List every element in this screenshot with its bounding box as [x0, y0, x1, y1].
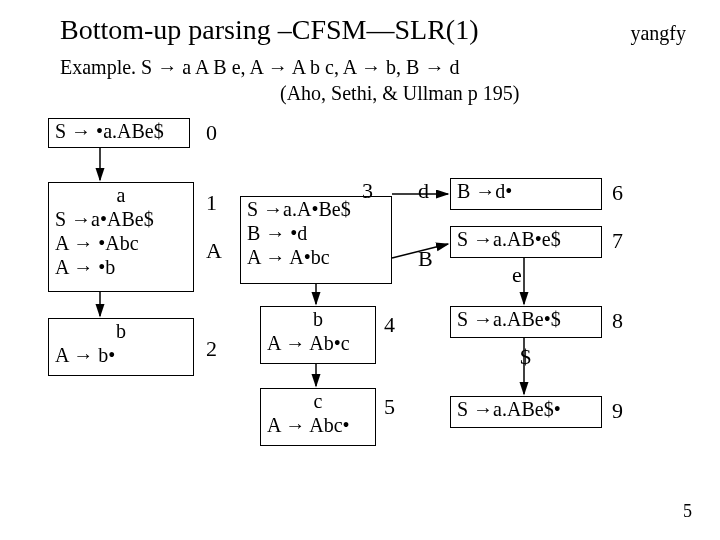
state-6-box: B →d• — [450, 178, 602, 210]
state-5-head: c — [261, 389, 375, 413]
state-1-anum: A — [206, 238, 222, 264]
state-3-item-1: B → •d — [241, 221, 391, 245]
state-1-item-0: S →a•ABe$ — [49, 207, 193, 231]
grammar-rules: Example. S → a A B e, A → A b c, A → b, … — [60, 56, 459, 79]
state-2-number: 2 — [206, 336, 217, 362]
state-8-item: S →a.ABe•$ — [451, 307, 601, 331]
state-5-box: c A → Abc• — [260, 388, 376, 446]
state-1-item-1: A → •Abc — [49, 231, 193, 255]
state-7-item: S →a.AB•e$ — [451, 227, 601, 251]
edge-label-d: d — [418, 178, 429, 204]
state-6-item: B →d• — [451, 179, 601, 203]
edge-label-dollar: $ — [520, 344, 531, 370]
state-4-item: A → Ab•c — [261, 331, 375, 355]
state-1-number: 1 — [206, 190, 217, 216]
state-3-number: 3 — [362, 178, 373, 204]
state-1-item-2: A → •b — [49, 255, 193, 279]
state-2-box: b A → b• — [48, 318, 194, 376]
page-number: 5 — [683, 501, 692, 522]
state-8-box: S →a.ABe•$ — [450, 306, 602, 338]
state-1-head: a — [49, 183, 193, 207]
state-8-number: 8 — [612, 308, 623, 334]
author-label: yangfy — [630, 22, 686, 45]
slide-title: Bottom-up parsing –CFSM—SLR(1) — [60, 14, 478, 46]
state-2-head: b — [49, 319, 193, 343]
state-0-item: S → •a.ABe$ — [49, 119, 189, 143]
state-1-box: a S →a•ABe$ A → •Abc A → •b — [48, 182, 194, 292]
state-5-item: A → Abc• — [261, 413, 375, 437]
state-7-number: 7 — [612, 228, 623, 254]
state-9-number: 9 — [612, 398, 623, 424]
state-9-box: S →a.ABe$• — [450, 396, 602, 428]
state-3-item-2: A → A•bc — [241, 245, 391, 269]
state-2-item: A → b• — [49, 343, 193, 367]
state-7-box: S →a.AB•e$ — [450, 226, 602, 258]
state-0-number: 0 — [206, 120, 217, 146]
state-4-head: b — [261, 307, 375, 331]
edge-label-e: e — [512, 262, 522, 288]
state-9-item: S →a.ABe$• — [451, 397, 601, 421]
reference-citation: (Aho, Sethi, & Ullman p 195) — [280, 82, 519, 105]
state-5-number: 5 — [384, 394, 395, 420]
state-0-box: S → •a.ABe$ — [48, 118, 190, 148]
state-4-box: b A → Ab•c — [260, 306, 376, 364]
edge-label-B: B — [418, 246, 433, 272]
state-3-box: S →a.A•Be$ B → •d A → A•bc — [240, 196, 392, 284]
state-6-number: 6 — [612, 180, 623, 206]
state-4-number: 4 — [384, 312, 395, 338]
